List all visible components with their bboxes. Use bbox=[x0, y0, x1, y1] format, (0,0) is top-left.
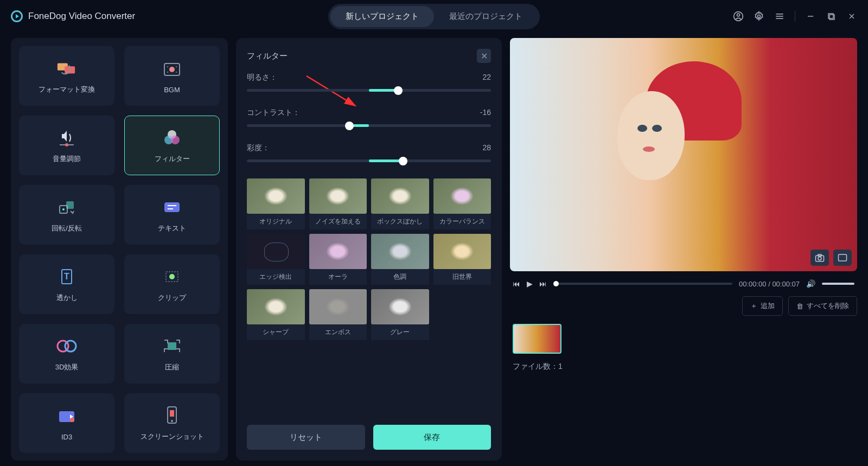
svg-point-1 bbox=[737, 14, 740, 16]
svg-point-38 bbox=[70, 418, 74, 422]
preset-6[interactable]: 色調 bbox=[371, 234, 429, 285]
settings-icon[interactable] bbox=[754, 11, 764, 22]
contrast-value: -16 bbox=[480, 108, 491, 118]
rotate-icon bbox=[56, 196, 78, 218]
saturation-value: 28 bbox=[482, 143, 491, 153]
brightness-slider[interactable] bbox=[247, 89, 491, 92]
tool-label: フォーマット変換 bbox=[39, 85, 95, 94]
preset-label: オリジナル bbox=[247, 214, 305, 229]
fullscreen-icon[interactable] bbox=[833, 250, 852, 266]
play-button[interactable]: ▶ bbox=[527, 279, 533, 288]
watermark-icon: T bbox=[56, 266, 78, 288]
preset-thumb bbox=[371, 178, 429, 214]
preset-9[interactable]: エンボス bbox=[309, 289, 367, 340]
svg-rect-41 bbox=[170, 410, 174, 417]
tool-rotate[interactable]: 回転/反転 bbox=[19, 185, 114, 245]
volume-icon[interactable]: 🔊 bbox=[806, 279, 815, 288]
reset-button[interactable]: リセット bbox=[247, 425, 365, 450]
volume-slider[interactable] bbox=[822, 283, 854, 285]
tab-recent-project[interactable]: 最近のプロジェクト bbox=[434, 6, 538, 27]
svg-point-17 bbox=[167, 72, 168, 73]
preset-4[interactable]: エッジ検出 bbox=[247, 234, 305, 285]
file-count: ファイル数：1 bbox=[510, 362, 857, 372]
remove-all-button[interactable]: 🗑すべてを削除 bbox=[788, 296, 857, 316]
tool-format[interactable]: フォーマット変換 bbox=[19, 46, 114, 106]
volume-icon bbox=[56, 127, 78, 149]
svg-point-33 bbox=[169, 274, 175, 279]
timeline-slider[interactable] bbox=[553, 283, 732, 285]
tool-volume[interactable]: 音量調節 bbox=[19, 116, 114, 175]
compress-icon bbox=[161, 335, 183, 357]
saturation-slider[interactable] bbox=[247, 159, 491, 162]
time-display: 00:00:00 / 00:00:07 bbox=[739, 280, 800, 288]
svg-text:T: T bbox=[64, 272, 69, 281]
clip-icon bbox=[161, 266, 183, 288]
tool-label: 3D効果 bbox=[55, 362, 79, 372]
tool-bgm[interactable]: BGM bbox=[124, 46, 220, 106]
preset-2[interactable]: ボックスぼかし bbox=[371, 178, 429, 229]
preset-0[interactable]: オリジナル bbox=[247, 178, 305, 229]
menu-icon[interactable] bbox=[774, 11, 785, 22]
preset-thumb bbox=[433, 178, 492, 214]
maximize-icon[interactable] bbox=[826, 11, 837, 22]
preset-8[interactable]: シャープ bbox=[247, 289, 305, 340]
tool-label: BGM bbox=[164, 86, 180, 94]
tool-3d[interactable]: 3D効果 bbox=[19, 324, 114, 384]
preset-label: ボックスぼかし bbox=[371, 214, 429, 229]
next-button[interactable]: ⏭ bbox=[539, 279, 547, 288]
preset-5[interactable]: オーラ bbox=[309, 234, 367, 285]
tool-label: 圧縮 bbox=[165, 362, 179, 372]
svg-point-16 bbox=[176, 66, 177, 67]
tool-id3[interactable]: ID3 bbox=[19, 393, 114, 453]
svg-point-2 bbox=[758, 15, 761, 18]
preset-10[interactable]: グレー bbox=[371, 289, 429, 340]
minimize-icon[interactable] bbox=[805, 11, 816, 22]
tools-sidebar: フォーマット変換BGM音量調節フィルター回転/反転テキストT透かしクリップ3D効… bbox=[11, 38, 228, 461]
preset-thumb bbox=[371, 234, 429, 269]
text-icon bbox=[161, 196, 183, 218]
preset-label: エッジ検出 bbox=[247, 269, 305, 285]
tool-text[interactable]: テキスト bbox=[124, 185, 220, 245]
preset-label: 色調 bbox=[371, 269, 429, 285]
video-preview[interactable] bbox=[510, 38, 857, 271]
svg-rect-36 bbox=[168, 342, 176, 350]
preset-thumb bbox=[309, 289, 367, 324]
svg-rect-47 bbox=[839, 254, 847, 261]
preset-7[interactable]: 旧世界 bbox=[433, 234, 492, 285]
close-panel-button[interactable]: ✕ bbox=[477, 49, 491, 63]
preset-1[interactable]: ノイズを加える bbox=[309, 178, 367, 229]
svg-point-40 bbox=[171, 420, 173, 422]
prev-button[interactable]: ⏮ bbox=[513, 279, 520, 288]
account-icon[interactable] bbox=[733, 11, 744, 22]
3d-icon bbox=[56, 335, 78, 357]
svg-point-20 bbox=[65, 143, 68, 146]
svg-point-23 bbox=[171, 136, 180, 144]
preset-thumb bbox=[247, 234, 305, 269]
tool-label: スクリーンショット bbox=[141, 432, 204, 442]
id3-icon bbox=[56, 406, 78, 427]
preset-label: オーラ bbox=[309, 269, 367, 285]
snapshot-icon[interactable] bbox=[810, 250, 829, 266]
clip-thumbnail[interactable] bbox=[513, 324, 561, 354]
filter-icon bbox=[161, 127, 183, 149]
save-button[interactable]: 保存 bbox=[373, 425, 492, 450]
svg-point-15 bbox=[167, 66, 168, 67]
bgm-icon bbox=[161, 59, 183, 80]
tool-screenshot[interactable]: スクリーンショット bbox=[124, 393, 220, 453]
preset-thumb bbox=[247, 289, 305, 324]
tab-new-project[interactable]: 新しいプロジェクト bbox=[330, 6, 434, 27]
tool-clip[interactable]: クリップ bbox=[124, 254, 220, 314]
preset-thumb bbox=[433, 234, 492, 269]
tool-label: 回転/反転 bbox=[52, 224, 82, 233]
contrast-slider[interactable] bbox=[247, 124, 491, 127]
brightness-label: 明るさ： bbox=[247, 73, 277, 82]
preset-label: ノイズを加える bbox=[309, 214, 367, 229]
add-clip-button[interactable]: ＋追加 bbox=[742, 296, 783, 316]
preset-3[interactable]: カラーバランス bbox=[433, 178, 492, 229]
tool-watermark[interactable]: T透かし bbox=[19, 254, 114, 314]
tool-filter[interactable]: フィルター bbox=[124, 116, 220, 175]
panel-title: フィルター bbox=[247, 51, 288, 61]
svg-point-35 bbox=[65, 341, 76, 352]
close-icon[interactable] bbox=[846, 11, 857, 22]
tool-compress[interactable]: 圧縮 bbox=[124, 324, 220, 384]
